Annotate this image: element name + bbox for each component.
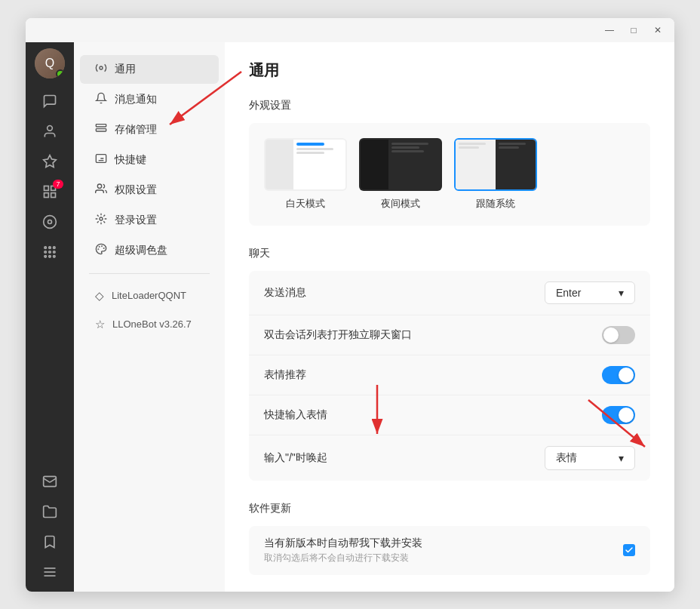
svg-point-29 — [99, 246, 100, 247]
sidebar-item-palette[interactable]: 超级调色盘 — [80, 236, 219, 265]
close-button[interactable]: ✕ — [647, 23, 668, 38]
emoji-recommend-toggle[interactable] — [602, 366, 635, 384]
palette-icon — [95, 243, 107, 258]
llonebot-icon: ☆ — [95, 318, 105, 331]
svg-point-12 — [49, 251, 51, 253]
avatar[interactable]: Q — [35, 48, 65, 78]
sidebar-item-notifications[interactable]: 消息通知 — [80, 85, 219, 114]
theme-dark-label: 夜间模式 — [381, 197, 420, 211]
svg-point-11 — [45, 251, 47, 253]
svg-rect-4 — [45, 192, 49, 197]
svg-point-16 — [54, 255, 56, 257]
apps-nav-item[interactable] — [35, 238, 65, 266]
svg-point-25 — [97, 184, 101, 188]
theme-dark[interactable]: 夜间模式 — [359, 138, 442, 211]
auto-update-checkbox[interactable] — [623, 544, 635, 556]
sidebar-item-login[interactable]: 登录设置 — [80, 206, 219, 235]
main-window: — □ ✕ Q 7 — [26, 18, 674, 592]
page-title: 通用 — [249, 60, 650, 81]
chat-section: 聊天 发送消息 Enter ▾ 双击会话列表打开独立聊天窗口 — [249, 247, 650, 481]
sidebar-label-llonebot: LLOneBot v3.26.7 — [112, 318, 192, 330]
appearance-section-title: 外观设置 — [249, 99, 650, 112]
svg-rect-2 — [45, 186, 49, 190]
theme-light-preview — [264, 138, 347, 191]
send-message-label: 发送消息 — [264, 286, 306, 300]
double-click-row: 双击会话列表打开独立聊天窗口 — [249, 315, 650, 355]
storage-icon — [95, 122, 107, 137]
double-click-toggle[interactable] — [602, 326, 635, 344]
quick-emoji-row: 快捷输入表情 — [249, 395, 650, 435]
theme-system[interactable]: 跟随系统 — [454, 138, 537, 211]
mail-nav-item[interactable] — [35, 468, 65, 495]
titlebar: — □ ✕ — [26, 18, 674, 42]
chat-settings-panel: 发送消息 Enter ▾ 双击会话列表打开独立聊天窗口 — [249, 271, 650, 481]
maximize-button[interactable]: □ — [623, 23, 644, 38]
svg-point-30 — [98, 249, 99, 250]
chat-section-title: 聊天 — [249, 247, 650, 260]
permissions-icon — [95, 183, 107, 198]
svg-rect-22 — [96, 124, 106, 126]
auto-update-control — [623, 544, 635, 556]
icon-bar-bottom — [35, 468, 65, 586]
sidebar-label-notifications: 消息通知 — [115, 93, 157, 106]
svg-point-27 — [102, 246, 103, 247]
send-message-select[interactable]: Enter ▾ — [545, 281, 635, 304]
content-area: 通用 外观设置 — [225, 42, 674, 592]
menu-nav-item[interactable] — [35, 558, 65, 586]
sidebar-label-storage: 存储管理 — [115, 123, 157, 137]
sidebar-item-permissions[interactable]: 权限设置 — [80, 176, 219, 205]
liteloader-icon: ◇ — [95, 289, 104, 303]
notifications-icon — [95, 92, 107, 107]
icon-bar: Q 7 — [26, 42, 74, 592]
theme-light[interactable]: 白天模式 — [264, 138, 347, 211]
sidebar-plugin-liteloader[interactable]: ◇ LiteLoaderQQNT — [80, 282, 219, 309]
emoji-recommend-toggle-knob — [619, 368, 634, 383]
send-message-row: 发送消息 Enter ▾ — [249, 271, 650, 315]
svg-point-21 — [100, 66, 103, 69]
auto-update-sublabel: 取消勾选后将不会自动进行下载安装 — [264, 552, 422, 564]
theme-light-label: 白天模式 — [286, 197, 325, 211]
slash-trigger-value: 表情 — [556, 451, 577, 465]
theme-selector: 白天模式 — [264, 138, 635, 211]
sidebar-item-shortcuts[interactable]: 快捷键 — [80, 146, 219, 174]
minimize-button[interactable]: — — [599, 23, 620, 38]
feed-nav-item[interactable] — [35, 208, 65, 235]
favorites-nav-item[interactable] — [35, 148, 65, 175]
software-update-title: 软件更新 — [249, 502, 650, 515]
chat-nav-item[interactable] — [35, 88, 65, 115]
svg-point-6 — [44, 215, 57, 228]
appearance-section: 外观设置 — [249, 99, 650, 226]
sidebar-label-permissions: 权限设置 — [115, 183, 157, 197]
sidebar-plugin-llonebot[interactable]: ☆ LLOneBot v3.26.7 — [80, 311, 219, 338]
general-icon — [95, 62, 107, 77]
channels-nav-item[interactable]: 7 — [35, 178, 65, 205]
emoji-recommend-label: 表情推荐 — [264, 368, 306, 382]
sidebar-item-general[interactable]: 通用 — [80, 55, 219, 84]
svg-marker-1 — [44, 155, 57, 167]
svg-point-26 — [100, 217, 103, 220]
quick-emoji-toggle[interactable] — [602, 406, 635, 424]
main-layout: Q 7 — [26, 42, 674, 592]
contacts-nav-item[interactable] — [35, 118, 65, 145]
quick-emoji-label: 快捷输入表情 — [264, 408, 327, 422]
folder-nav-item[interactable] — [35, 498, 65, 525]
svg-point-15 — [49, 255, 51, 257]
slash-trigger-row: 输入"/"时唤起 表情 ▾ — [249, 435, 650, 481]
slash-trigger-select[interactable]: 表情 ▾ — [545, 446, 635, 470]
sidebar-label-login: 登录设置 — [115, 214, 157, 227]
send-message-chevron: ▾ — [619, 287, 624, 299]
send-message-value: Enter — [556, 287, 581, 299]
sidebar-label-palette: 超级调色盘 — [115, 244, 167, 257]
double-click-label: 双击会话列表打开独立聊天窗口 — [264, 328, 412, 342]
sidebar-item-storage[interactable]: 存储管理 — [80, 115, 219, 144]
slash-trigger-chevron: ▾ — [619, 452, 624, 464]
sidebar-label-shortcuts: 快捷键 — [115, 153, 146, 167]
bookmark-nav-item[interactable] — [35, 528, 65, 555]
double-click-toggle-knob — [603, 328, 619, 343]
sidebar: 通用 消息通知 存储管理 快捷键 — [74, 42, 225, 592]
sidebar-divider — [89, 273, 210, 274]
slash-trigger-label: 输入"/"时唤起 — [264, 451, 327, 465]
svg-point-13 — [54, 251, 56, 253]
theme-system-preview — [454, 138, 537, 191]
svg-rect-23 — [96, 128, 106, 131]
